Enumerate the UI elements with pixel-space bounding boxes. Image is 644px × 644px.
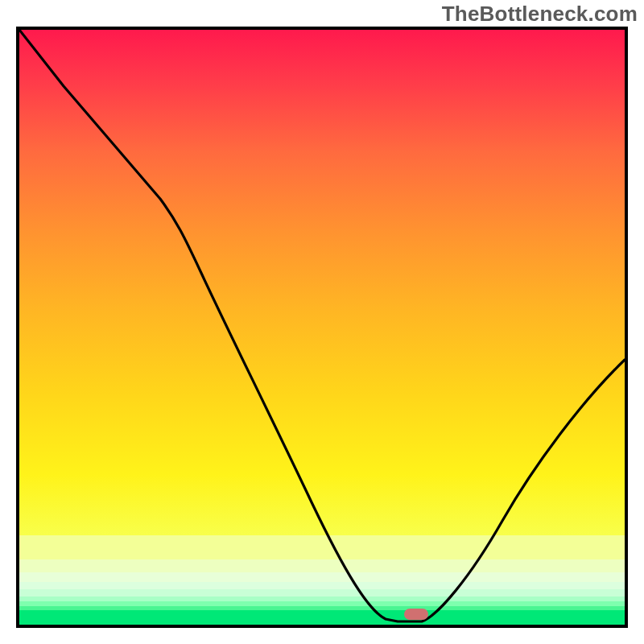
chart-container: TheBottleneck.com bbox=[0, 0, 644, 644]
optimal-marker bbox=[404, 609, 428, 620]
bottleneck-curve bbox=[19, 30, 625, 621]
watermark-text: TheBottleneck.com bbox=[442, 2, 638, 27]
curve-svg bbox=[19, 30, 625, 625]
plot-area bbox=[16, 27, 628, 628]
